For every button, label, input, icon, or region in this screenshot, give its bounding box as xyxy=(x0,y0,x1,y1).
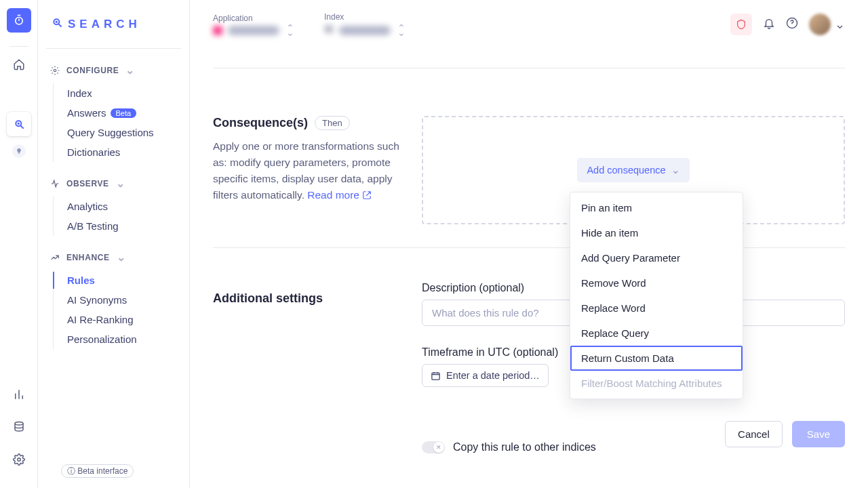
dropdown-item-filter-boost: Filter/Boost Matching Attributes xyxy=(570,371,743,396)
beta-interface-chip[interactable]: ⓘ Beta interface xyxy=(61,464,134,478)
svg-rect-9 xyxy=(326,30,333,33)
sidebar-item-dictionaries[interactable]: Dictionaries xyxy=(67,142,181,162)
consequence-dropdown: Pin an item Hide an item Add Query Param… xyxy=(570,192,743,399)
svg-point-3 xyxy=(15,422,23,426)
read-more-link[interactable]: Read more xyxy=(307,189,372,201)
svg-point-7 xyxy=(54,69,56,72)
section-head-configure[interactable]: CONFIGURE ⌄ xyxy=(46,64,181,77)
dropdown-item-remove-word[interactable]: Remove Word xyxy=(570,270,743,296)
shield-icon[interactable] xyxy=(730,14,752,35)
app-logo-icon xyxy=(52,17,62,31)
bar-chart-icon[interactable] xyxy=(7,382,31,407)
gear-icon xyxy=(50,66,60,75)
add-consequence-button[interactable]: Add consequence ⌄ xyxy=(577,158,689,182)
sidebar-item-query-suggestions[interactable]: Query Suggestions xyxy=(67,123,181,142)
dropdown-item-hide[interactable]: Hide an item xyxy=(570,220,743,245)
timeframe-picker[interactable]: Enter a date period… xyxy=(422,364,549,387)
main: Application ⌃⌄ Index ⌃⌄ xyxy=(190,0,868,488)
dropdown-item-return-custom-data[interactable]: Return Custom Data xyxy=(570,346,743,371)
svg-point-2 xyxy=(17,123,19,125)
database-icon[interactable] xyxy=(7,415,31,439)
timer-icon[interactable] xyxy=(7,8,31,33)
sidebar: SEARCH CONFIGURE ⌄ Index Answers Beta Qu… xyxy=(38,0,190,488)
avatar xyxy=(809,14,831,35)
save-button[interactable]: Save xyxy=(792,421,845,447)
chevron-down-icon: ⌄ xyxy=(671,164,680,176)
bell-icon[interactable] xyxy=(763,17,775,33)
settings-icon[interactable] xyxy=(7,447,31,472)
svg-rect-8 xyxy=(326,26,333,28)
sidebar-item-index[interactable]: Index xyxy=(67,83,181,103)
dropdown-item-pin[interactable]: Pin an item xyxy=(570,195,743,220)
user-menu[interactable]: ⌄ xyxy=(809,14,845,35)
sidebar-item-rules[interactable]: Rules xyxy=(67,270,181,290)
sidebar-item-analytics[interactable]: Analytics xyxy=(67,197,181,216)
application-selector[interactable]: Application ⌃⌄ xyxy=(213,14,294,35)
section-head-observe[interactable]: OBSERVE ⌄ xyxy=(46,177,181,190)
index-selector[interactable]: Index ⌃⌄ xyxy=(324,12,406,37)
chevron-down-icon: ⌄ xyxy=(116,177,125,190)
db-icon xyxy=(324,24,334,37)
sidebar-item-ai-synonyms[interactable]: AI Synonyms xyxy=(67,290,181,310)
consequence-description: Apply one or more transformations such a… xyxy=(213,138,406,203)
additional-settings-title: Additional settings xyxy=(213,291,406,306)
svg-point-4 xyxy=(17,458,20,462)
dropdown-item-add-query-param[interactable]: Add Query Parameter xyxy=(570,245,743,270)
help-icon[interactable] xyxy=(786,17,798,33)
copy-rule-label: Copy this rule to other indices xyxy=(453,441,596,453)
sidebar-item-personalization[interactable]: Personalization xyxy=(67,329,181,349)
dropdown-item-replace-query[interactable]: Replace Query xyxy=(570,321,743,346)
beta-badge: Beta xyxy=(111,108,137,118)
top-bar: Application ⌃⌄ Index ⌃⌄ xyxy=(190,0,868,49)
lightbulb-icon[interactable] xyxy=(12,144,26,158)
section-head-enhance[interactable]: ENHANCE ⌄ xyxy=(46,251,181,264)
icon-rail xyxy=(0,0,38,488)
chevron-down-icon: ⌄ xyxy=(117,251,126,264)
then-pill: Then xyxy=(315,116,350,130)
trend-icon xyxy=(50,253,60,262)
svg-point-6 xyxy=(56,21,58,23)
pulse-icon xyxy=(50,179,60,188)
stepper-icon: ⌃⌄ xyxy=(397,26,406,35)
cancel-button[interactable]: Cancel xyxy=(725,421,783,447)
sidebar-item-ai-reranking[interactable]: AI Re-Ranking xyxy=(67,310,181,329)
sidebar-title: SEARCH xyxy=(46,0,181,49)
consequence-title: Consequence(s) xyxy=(213,116,308,130)
svg-rect-11 xyxy=(432,373,439,380)
calendar-icon xyxy=(431,371,441,381)
chevron-down-icon: ⌄ xyxy=(835,17,845,32)
copy-rule-toggle[interactable] xyxy=(422,441,445,453)
search-app-icon[interactable] xyxy=(7,112,31,136)
sidebar-item-ab-testing[interactable]: A/B Testing xyxy=(67,216,181,236)
external-link-icon xyxy=(362,190,372,200)
chevron-down-icon: ⌄ xyxy=(125,64,135,77)
sidebar-item-answers[interactable]: Answers Beta xyxy=(67,103,181,123)
dropdown-item-replace-word[interactable]: Replace Word xyxy=(570,296,743,321)
stepper-icon: ⌃⌄ xyxy=(286,26,294,35)
home-icon[interactable] xyxy=(7,52,31,77)
